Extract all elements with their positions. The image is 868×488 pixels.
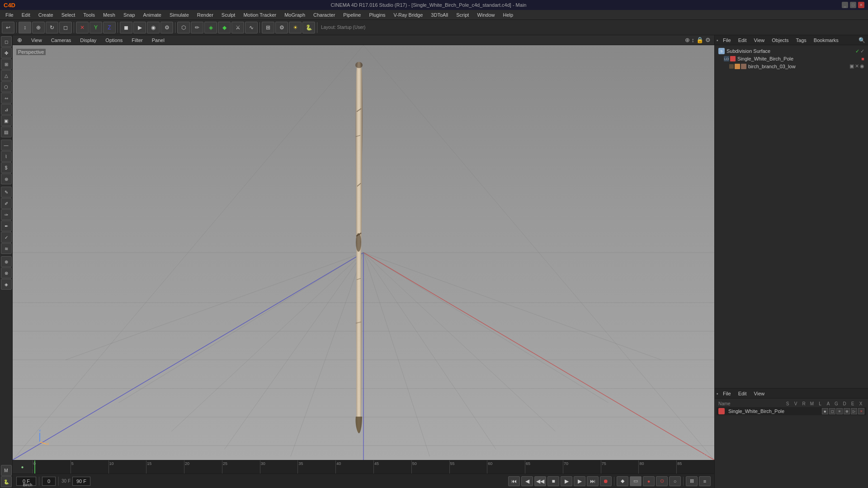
om-search-icon[interactable]: 🔍	[858, 36, 866, 44]
menu-edit[interactable]: Edit	[18, 11, 34, 19]
maximize-button[interactable]: □	[850, 2, 856, 8]
am-obj-row[interactable]: Single_White_Birch_Pole ■ ◻ ≡ ⊕ ▷ ✕	[717, 407, 866, 415]
am-more-btn[interactable]: ⊕	[844, 408, 850, 414]
paint-btn[interactable]: ✏	[191, 22, 203, 33]
om-checkmark-grey[interactable]: ✓	[860, 48, 864, 54]
menu-animate[interactable]: Animate	[140, 11, 165, 19]
scale-tool-btn[interactable]: ⊕	[32, 22, 45, 33]
menu-mesh[interactable]: Mesh	[99, 11, 119, 19]
vp-cameras-menu[interactable]: Cameras	[48, 37, 74, 44]
timeline[interactable]: ● 051015202530354045505560657075808590	[13, 460, 714, 474]
left-btn-1[interactable]: ◻	[1, 36, 12, 47]
menu-help[interactable]: Help	[500, 11, 517, 19]
rotate-tool-btn[interactable]: ↻	[46, 22, 58, 33]
left-btn-13[interactable]: ⊛	[1, 174, 12, 184]
undo-button[interactable]: ↩	[2, 22, 14, 33]
om-item-subdivision[interactable]: S Subdivision Surface ✓ ✓	[717, 47, 866, 55]
menu-sculpt[interactable]: Sculpt	[218, 11, 239, 19]
obj-z-btn[interactable]: Z	[103, 22, 116, 33]
om-tab-view[interactable]: View	[751, 37, 768, 44]
left-btn-3[interactable]: ⊞	[1, 59, 12, 70]
left-btn-18[interactable]: ✓	[1, 232, 12, 243]
menu-file[interactable]: File	[2, 11, 17, 19]
grid-btn[interactable]: ⊞	[686, 476, 698, 486]
am-tab-edit[interactable]: Edit	[736, 390, 750, 397]
om-tab-bookmarks[interactable]: Bookmarks	[811, 37, 841, 44]
menu-snap[interactable]: Snap	[120, 11, 139, 19]
minimize-button[interactable]: _	[842, 2, 848, 8]
vp-expand-icon[interactable]: ⊕	[685, 37, 690, 43]
left-btn-24[interactable]: 🐍	[1, 476, 12, 487]
left-btn-19[interactable]: ≋	[1, 243, 12, 254]
left-btn-21[interactable]: ⊗	[1, 267, 12, 278]
3d-viewport[interactable]: Y X Perspective Grid Spacing : 100 cm	[13, 45, 714, 460]
bend-btn[interactable]: ∿	[245, 22, 258, 33]
vp-crosshair-icon[interactable]: ⊕	[14, 36, 25, 44]
object-mode-btn[interactable]: ◼	[120, 22, 132, 33]
am-tab-view[interactable]: View	[751, 390, 768, 397]
om-tab-objects[interactable]: Objects	[769, 37, 791, 44]
left-btn-15[interactable]: ✐	[1, 198, 12, 209]
vp-arrows-icon[interactable]: ↕	[692, 37, 695, 43]
om-item-birch-branch[interactable]: birch_branch_03_low ▣ ✕ ◉	[717, 62, 866, 70]
end-frame-input[interactable]	[72, 477, 90, 486]
om-tab-file[interactable]: File	[720, 37, 734, 44]
sculpt-btn[interactable]: ◆	[218, 22, 231, 33]
left-btn-4[interactable]: △	[1, 70, 12, 81]
keyframe-btn[interactable]: ◆	[617, 476, 628, 486]
menu-mograph[interactable]: MoGraph	[281, 11, 309, 19]
knife-btn[interactable]: ⚔	[231, 22, 244, 33]
menu-create[interactable]: Create	[35, 11, 57, 19]
om-branch-action3[interactable]: ◉	[860, 63, 864, 69]
timeline-mode-btn[interactable]: ▭	[630, 476, 642, 486]
snap-btn[interactable]: ⊞	[262, 22, 274, 33]
am-tab-file[interactable]: File	[720, 390, 734, 397]
close-button[interactable]: ✕	[858, 2, 864, 8]
om-branch-action1[interactable]: ▣	[849, 63, 854, 69]
om-tab-tags[interactable]: Tags	[793, 37, 809, 44]
menu-simulate[interactable]: Simulate	[166, 11, 193, 19]
left-btn-10[interactable]: —	[1, 140, 12, 150]
left-btn-8[interactable]: ▣	[1, 115, 12, 126]
om-item-birch-pole[interactable]: LO Single_White_Birch_Pole ■	[717, 55, 866, 62]
stop-button[interactable]: ■	[547, 476, 559, 486]
left-btn-20[interactable]: ⊕	[1, 256, 12, 267]
vp-options-menu[interactable]: Options	[103, 37, 125, 44]
vp-filter-menu[interactable]: Filter	[129, 37, 145, 44]
perspective-btn[interactable]: ⬡	[177, 22, 190, 33]
vp-settings-icon[interactable]: ⚙	[705, 37, 711, 43]
left-btn-14[interactable]: ✎	[1, 187, 12, 197]
menu-render[interactable]: Render	[193, 11, 217, 19]
light-btn[interactable]: ☀	[289, 22, 302, 33]
menu-window[interactable]: Window	[473, 11, 498, 19]
om-branch-action2[interactable]: ✕	[855, 63, 859, 69]
render-settings-btn[interactable]: ⚙	[160, 22, 173, 33]
play-reverse-button[interactable]: ◀◀	[534, 476, 546, 486]
menu-select[interactable]: Select	[58, 11, 79, 19]
settings2-btn[interactable]: ⚙	[275, 22, 288, 33]
jump-end-button[interactable]: ⏭	[587, 476, 599, 486]
anim-mode-btn[interactable]: ▶	[133, 22, 146, 33]
am-x-btn[interactable]: ✕	[858, 408, 864, 414]
move-tool-btn[interactable]: ↕	[19, 22, 31, 33]
python-btn[interactable]: 🐍	[302, 22, 315, 33]
obj-y-btn[interactable]: Y	[90, 22, 102, 33]
next-frame-button[interactable]: ▶	[574, 476, 585, 486]
left-btn-5[interactable]: ⬡	[1, 81, 12, 92]
left-btn-23[interactable]: M	[1, 465, 12, 476]
am-lock-btn[interactable]: ≡	[836, 408, 843, 414]
left-btn-17[interactable]: ✒	[1, 221, 12, 231]
expand-timeline-btn[interactable]: ≡	[699, 476, 711, 486]
vp-view-menu[interactable]: View	[28, 37, 45, 44]
am-tag-btn[interactable]: ▷	[851, 408, 857, 414]
vp-display-menu[interactable]: Display	[77, 37, 99, 44]
menu-tools[interactable]: Tools	[80, 11, 99, 19]
left-btn-9[interactable]: ▤	[1, 127, 12, 137]
left-btn-12[interactable]: $	[1, 162, 12, 173]
left-btn-22[interactable]: ◈	[1, 279, 12, 290]
record-mode-btn[interactable]: ●	[643, 476, 655, 486]
am-render-btn[interactable]: ◻	[829, 408, 835, 414]
sds-btn[interactable]: ◈	[204, 22, 217, 33]
vp-panel-menu[interactable]: Panel	[149, 37, 167, 44]
auto-key-btn[interactable]: ⊙	[656, 476, 668, 486]
